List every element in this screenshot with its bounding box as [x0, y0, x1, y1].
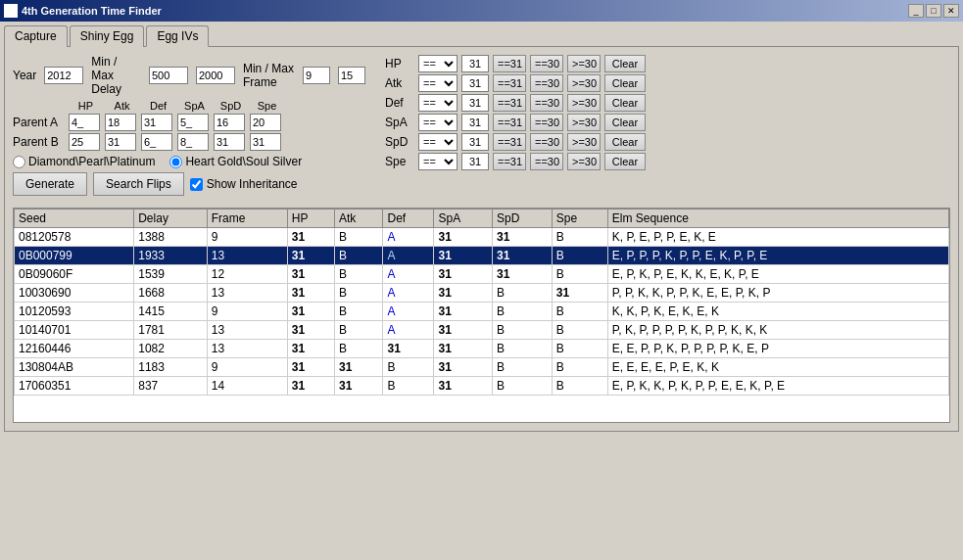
generate-button[interactable]: Generate: [13, 172, 87, 196]
table-cell: 9: [207, 228, 287, 247]
min-delay-input[interactable]: [149, 67, 188, 84]
table-row[interactable]: 17060351837143131B31BBE, P, K, K, P, K, …: [15, 377, 949, 396]
show-inheritance-label[interactable]: Show Inheritance: [190, 177, 298, 191]
iv-btn-clear-spe[interactable]: Clear: [604, 153, 646, 170]
parent-b-row: Parent B: [13, 133, 365, 151]
iv-btn-eq30-atk[interactable]: ==30: [530, 74, 563, 92]
parent-b-def[interactable]: [141, 133, 172, 151]
table-cell: 10140701: [15, 321, 134, 340]
iv-btn-eq30-def[interactable]: ==30: [530, 94, 563, 112]
iv-value-spa[interactable]: [461, 114, 489, 131]
iv-value-spe[interactable]: [461, 153, 489, 170]
iv-op-spd[interactable]: == >= <=: [418, 133, 457, 151]
table-row[interactable]: 1003069016681331BA31B31P, P, K, K, P, P,…: [15, 284, 949, 303]
tab-egg-ivs[interactable]: Egg IVs: [146, 25, 209, 47]
iv-btn-geq30-hp[interactable]: >=30: [567, 55, 601, 72]
table-cell: 0B000799: [15, 247, 134, 265]
iv-op-atk[interactable]: == >= <=: [418, 74, 457, 92]
iv-btn-geq30-def[interactable]: >=30: [567, 94, 601, 112]
iv-value-atk[interactable]: [461, 74, 489, 92]
iv-btn-eq31-spa[interactable]: ==31: [493, 114, 526, 131]
iv-btn-eq31-def[interactable]: ==31: [493, 94, 526, 112]
radio-hgss[interactable]: [169, 156, 182, 168]
parent-a-spe[interactable]: [250, 114, 281, 131]
search-flips-button[interactable]: Search Flips: [93, 172, 184, 196]
parent-b-atk[interactable]: [105, 133, 136, 151]
table-row[interactable]: 130804AB118393131B31BBE, E, E, E, P, E, …: [15, 358, 949, 377]
table-row[interactable]: 0B09060F15391231BA3131BE, P, K, P, E, K,…: [15, 265, 949, 284]
table-cell: B: [493, 303, 553, 321]
table-row[interactable]: 101205931415931BA31BBK, K, P, K, E, K, E…: [15, 303, 949, 321]
header-spa: SpA: [177, 100, 212, 112]
parent-a-hp[interactable]: [69, 114, 100, 131]
iv-btn-geq30-spd[interactable]: >=30: [567, 133, 601, 151]
parent-a-label: Parent A: [13, 116, 67, 129]
min-max-delay-label: Min / Max Delay: [91, 55, 141, 96]
iv-op-hp[interactable]: == >= <=: [418, 55, 457, 72]
iv-value-hp[interactable]: [461, 55, 489, 72]
iv-btn-eq31-spe[interactable]: ==31: [493, 153, 526, 170]
top-form: Year Min / Max Delay Min / Max Frame HP …: [13, 55, 950, 202]
table-cell: 31: [287, 321, 334, 340]
max-delay-input[interactable]: [196, 67, 235, 84]
iv-op-spa[interactable]: == >= <=: [418, 114, 457, 131]
parent-b-hp[interactable]: [69, 133, 100, 151]
iv-btn-eq31-spd[interactable]: ==31: [493, 133, 526, 151]
iv-btn-clear-def[interactable]: Clear: [604, 94, 646, 112]
col-header-spd: SpD: [493, 210, 553, 228]
radio-diamond[interactable]: [13, 156, 25, 168]
table-cell: 1082: [134, 340, 208, 358]
iv-op-spe[interactable]: == >= <=: [418, 153, 457, 170]
iv-value-def[interactable]: [461, 94, 489, 112]
iv-btn-eq30-spe[interactable]: ==30: [530, 153, 563, 170]
table-row[interactable]: 0B00079919331331BA3131BE, P, P, P, K, P,…: [15, 247, 949, 265]
maximize-button[interactable]: □: [926, 4, 941, 18]
minimize-button[interactable]: _: [908, 4, 924, 18]
iv-btn-eq31-atk[interactable]: ==31: [493, 74, 526, 92]
year-input[interactable]: [44, 67, 83, 84]
table-cell: 1388: [134, 228, 208, 247]
table-cell: B: [335, 321, 383, 340]
iv-btn-eq30-hp[interactable]: ==30: [530, 55, 563, 72]
table-row[interactable]: 1014070117811331BA31BBP, K, P, P, P, P, …: [15, 321, 949, 340]
iv-btn-clear-spd[interactable]: Clear: [604, 133, 646, 151]
iv-row-atk: Atk == >= <= ==31 ==30 >=30 Clear: [385, 74, 950, 92]
tab-capture[interactable]: Capture: [4, 25, 68, 47]
iv-btn-eq30-spa[interactable]: ==30: [530, 114, 563, 131]
parent-a-def[interactable]: [141, 114, 172, 131]
parent-a-spa[interactable]: [177, 114, 209, 131]
table-row[interactable]: 081205781388931BA3131BK, P, E, P, P, E, …: [15, 228, 949, 247]
header-spe: Spe: [250, 100, 284, 112]
table-cell: 13: [207, 284, 287, 303]
table-cell: 14: [207, 377, 287, 396]
parent-b-spa[interactable]: [177, 133, 209, 151]
radio-diamond-label[interactable]: Diamond\Pearl\Platinum: [13, 155, 155, 168]
col-header-delay: Delay: [134, 210, 208, 228]
parent-a-spd[interactable]: [214, 114, 245, 131]
results-table-container[interactable]: SeedDelayFrameHPAtkDefSpASpDSpeElm Seque…: [13, 208, 950, 423]
table-cell: A: [383, 284, 434, 303]
iv-value-spd[interactable]: [461, 133, 489, 151]
iv-op-def[interactable]: == >= <=: [418, 94, 457, 112]
parent-a-atk[interactable]: [105, 114, 136, 131]
min-frame-input[interactable]: [303, 67, 330, 84]
table-cell: 31: [434, 265, 493, 284]
iv-label-spa: SpA: [385, 116, 414, 129]
left-form-section: Year Min / Max Delay Min / Max Frame HP …: [13, 55, 365, 202]
iv-btn-clear-spa[interactable]: Clear: [604, 114, 646, 131]
iv-btn-eq30-spd[interactable]: ==30: [530, 133, 563, 151]
max-frame-input[interactable]: [338, 67, 365, 84]
close-button[interactable]: ✕: [943, 4, 959, 18]
radio-hgss-label[interactable]: Heart Gold\Soul Silver: [169, 155, 302, 168]
iv-btn-geq30-atk[interactable]: >=30: [567, 74, 601, 92]
parent-b-spe[interactable]: [250, 133, 281, 151]
table-row[interactable]: 1216044610821331B3131BBE, E, P, P, K, P,…: [15, 340, 949, 358]
iv-btn-eq31-hp[interactable]: ==31: [493, 55, 526, 72]
parent-b-spd[interactable]: [214, 133, 245, 151]
tab-shiny-egg[interactable]: Shiny Egg: [70, 25, 145, 47]
iv-btn-clear-hp[interactable]: Clear: [604, 55, 646, 72]
iv-btn-geq30-spe[interactable]: >=30: [567, 153, 601, 170]
iv-btn-geq30-spa[interactable]: >=30: [567, 114, 601, 131]
show-inheritance-checkbox[interactable]: [190, 178, 203, 191]
iv-btn-clear-atk[interactable]: Clear: [604, 74, 646, 92]
